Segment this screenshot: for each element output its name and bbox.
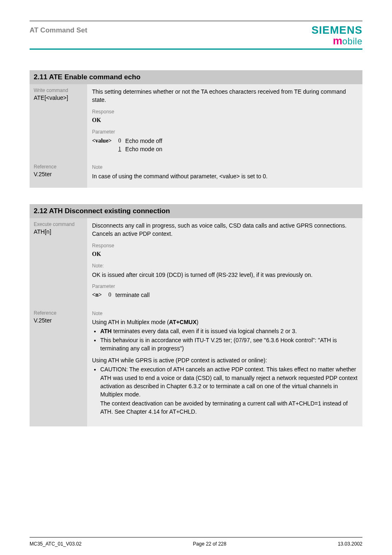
page-header-title: AT Command Set (30, 25, 87, 35)
mux-bullet-2: This behaviour is in accordance with ITU… (100, 336, 357, 353)
param-key-value: <value> (92, 137, 118, 145)
siemens-logo: SIEMENS mobile (311, 25, 362, 46)
write-command-value: ATE[<value>] (34, 94, 83, 101)
footer-right: 13.03.2002 (338, 541, 362, 547)
parameter-label: Parameter (92, 129, 357, 136)
logo-mobile-rest: obile (342, 37, 362, 46)
reference-label-2: Reference (34, 310, 83, 316)
response-label: Response (92, 108, 357, 115)
note-label-2: Note (92, 310, 357, 317)
reference-value: V.25ter (34, 171, 83, 177)
write-command-label: Write command (34, 88, 83, 93)
section-heading-211: 2.11 ATE Enable command echo (30, 70, 362, 84)
param-key-n: <n> (92, 291, 108, 299)
response-ok: OK (92, 116, 357, 124)
mux-intro: Using ATH in Multiplex mode (AT+CMUX) (92, 318, 357, 326)
ath-description: Disconnects any call in progress, such a… (92, 221, 357, 238)
param-desc-1: Echo mode on (125, 145, 162, 153)
note-inline-text: OK is issued after circuit 109 (DCD) is … (92, 271, 357, 279)
gprs-tail: The context deactivation can be avoided … (92, 399, 357, 416)
gprs-bullet: CAUTION: The execution of ATH cancels an… (100, 365, 357, 398)
logo-mobile-m: m (333, 35, 342, 46)
logo-siemens: SIEMENS (311, 25, 362, 35)
section-heading-212: 2.12 ATH Disconnect existing connection (30, 204, 362, 218)
footer-center: Page 22 of 228 (193, 541, 226, 547)
note-inline-label: Note: (92, 263, 357, 269)
param-num-0: 0 (118, 137, 125, 145)
note-label: Note (92, 164, 357, 171)
execute-command-value: ATH[n] (34, 228, 83, 235)
section-ath: 2.12 ATH Disconnect existing connection … (30, 204, 362, 426)
parameter-label-2: Parameter (92, 283, 357, 290)
reference-value-2: V.25ter (34, 317, 83, 324)
section-ate: 2.11 ATE Enable command echo Write comma… (30, 70, 362, 188)
param-desc-0: Echo mode off (125, 137, 162, 145)
gprs-intro: Using ATH while GPRS is active (PDP cont… (92, 356, 357, 364)
ate-description: This setting determines whether or not t… (92, 88, 357, 104)
reference-label: Reference (34, 164, 83, 170)
response-ok-2: OK (92, 250, 357, 258)
param-n-desc: terminate call (115, 291, 150, 299)
response-label-2: Response (92, 242, 357, 249)
note-text: In case of using the command without par… (92, 172, 357, 180)
mux-bullet-1: ATH terminates every data call, even if … (100, 327, 357, 335)
execute-command-label: Execute command (34, 221, 83, 227)
param-num-1: 1 (118, 145, 125, 153)
footer-left: MC35_ATC_01_V03.02 (30, 541, 82, 547)
param-n-num: 0 (108, 291, 115, 299)
